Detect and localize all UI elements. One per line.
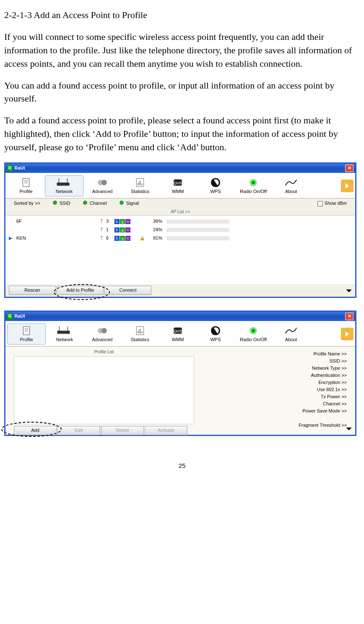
tab-statistics[interactable]: Statistics [121, 176, 159, 196]
svg-rect-11 [140, 181, 140, 185]
tab-network-label: Network [45, 188, 83, 195]
tab-radio-label: Radio On/Off [234, 188, 272, 195]
signal-bar [166, 236, 229, 240]
close-button[interactable]: ✕ [345, 164, 354, 172]
tab-wmm[interactable]: QoS WMM [159, 324, 197, 344]
tab-wps-label: WPS [197, 337, 234, 343]
tab-advanced[interactable]: Advanced [83, 176, 121, 196]
detail-network-type: Network Type >> [198, 365, 347, 372]
sort-channel[interactable]: Channel [83, 200, 107, 207]
tab-about[interactable]: About [272, 176, 310, 196]
sort-signal[interactable]: Signal [120, 200, 139, 207]
ap-row[interactable]: ᛉ 1 bgn 24% [5, 226, 355, 234]
ap-row[interactable]: 6F ᛉ 3 bgn 39% [5, 217, 355, 226]
about-icon [272, 325, 310, 337]
svg-rect-0 [23, 178, 29, 187]
profile-icon [7, 177, 45, 188]
detail-channel: Channel >> [198, 401, 347, 408]
mode-badges: bgn [114, 227, 140, 232]
ap-channel: 6 [106, 235, 114, 242]
tab-statistics-label: Statistics [121, 188, 159, 195]
tab-wmm-label: WMM [159, 188, 197, 195]
tab-network[interactable]: Network [45, 175, 83, 196]
profile-detail-panel: Profile Name >> SSID >> Network Type >> … [198, 347, 355, 435]
page-number: 25 [4, 461, 360, 470]
antenna-icon: ᛉ [100, 227, 106, 233]
detail-powersave: Power Save Mode >> [198, 408, 347, 415]
window-title: RaUI [14, 165, 345, 172]
connect-button[interactable]: Connect [104, 286, 151, 295]
tab-wmm[interactable]: QoS WMM [159, 176, 197, 196]
sort-row: Sorted by >> SSID Channel Signal Show dB… [5, 198, 355, 209]
section-heading: 2-2-1-3 Add an Access Point to Profile [4, 8, 360, 22]
svg-text:QoS: QoS [174, 329, 182, 334]
about-icon [272, 177, 310, 188]
expand-arrow-icon[interactable] [341, 180, 354, 192]
raui-window-network: R RaUI ✕ Profile Network Advanced [4, 162, 356, 298]
statistics-icon [121, 177, 159, 188]
profile-list-area: Profile List Add Edit Delete Activate [5, 347, 198, 435]
mode-badges: bgn [114, 219, 140, 224]
tab-radio[interactable]: Radio On/Off [234, 176, 272, 196]
main-toolbar: Profile Network Advanced Statistics QoS … [5, 321, 355, 347]
tab-about-label: About [272, 188, 310, 195]
tab-network[interactable]: Network [46, 324, 83, 344]
tab-network-label: Network [46, 337, 83, 343]
svg-rect-29 [140, 329, 140, 334]
tab-wps-label: WPS [197, 188, 234, 195]
detail-ssid: SSID >> [198, 358, 347, 365]
tab-statistics-label: Statistics [121, 337, 159, 343]
tab-wps[interactable]: WPS [197, 176, 234, 196]
add-to-profile-button[interactable]: Add to Profile [57, 286, 104, 295]
rescan-button[interactable]: Rescan [9, 286, 56, 295]
connected-icon: ▶ [9, 235, 15, 242]
network-icon [46, 325, 83, 337]
close-button[interactable]: ✕ [345, 313, 354, 320]
lock-icon: 🔒 [140, 235, 146, 242]
network-button-row: Rescan Add to Profile Connect [5, 284, 355, 297]
paragraph-1: If you will connect to some specific wir… [4, 30, 360, 70]
tab-profile[interactable]: Profile [7, 176, 45, 196]
tab-radio[interactable]: Radio On/Off [234, 324, 272, 344]
tab-wps[interactable]: WPS [197, 324, 234, 344]
profile-button-row: Add Edit Delete Activate [14, 424, 194, 437]
show-dbm-checkbox[interactable]: Show dBm [317, 200, 347, 207]
radio-icon [234, 325, 272, 337]
collapse-arrow-icon[interactable] [345, 288, 353, 295]
tab-wmm-label: WMM [159, 337, 197, 343]
window-title: RaUI [14, 313, 345, 320]
paragraph-2: You can add a found access point to prof… [4, 79, 360, 106]
tab-statistics[interactable]: Statistics [121, 324, 159, 344]
activate-button[interactable]: Activate [145, 426, 187, 435]
svg-rect-28 [138, 331, 139, 334]
ap-row[interactable]: ▶ KEN ᛉ 6 bgn 🔒 81% [5, 234, 355, 243]
svg-rect-22 [57, 331, 70, 334]
delete-button[interactable]: Delete [101, 426, 144, 435]
detail-fragment: Fragment Threshold >> [198, 422, 347, 429]
tab-about[interactable]: About [272, 324, 310, 344]
expand-arrow-icon[interactable] [341, 328, 354, 340]
svg-point-35 [252, 329, 255, 333]
tab-profile-label: Profile [8, 337, 45, 343]
ap-ssid: 6F [15, 218, 100, 225]
ap-list[interactable]: 6F ᛉ 3 bgn 39% ᛉ 1 bgn 24% ▶ KEN ᛉ 6 bgn… [5, 216, 355, 284]
sort-ssid[interactable]: SSID [53, 200, 70, 207]
tab-profile[interactable]: Profile [7, 324, 46, 345]
edit-button[interactable]: Edit [57, 426, 100, 435]
detail-encryption: Encryption >> [198, 379, 347, 386]
ap-channel: 3 [106, 218, 114, 225]
profile-body: Profile List Add Edit Delete Activate Pr… [5, 347, 355, 435]
app-badge: R [7, 165, 13, 172]
main-toolbar: Profile Network Advanced Statistics QoS … [5, 173, 355, 198]
tab-advanced-label: Advanced [83, 337, 121, 343]
collapse-arrow-icon[interactable] [345, 426, 353, 433]
svg-rect-18 [23, 327, 29, 335]
ap-list-header: AP List >> [5, 209, 355, 216]
network-icon [45, 177, 83, 188]
add-button[interactable]: Add [14, 426, 57, 435]
signal-pct: 24% [146, 227, 166, 233]
wmm-icon: QoS [159, 325, 197, 337]
profile-list-box[interactable] [14, 356, 194, 424]
app-badge: R [7, 313, 13, 320]
tab-advanced[interactable]: Advanced [83, 324, 121, 344]
